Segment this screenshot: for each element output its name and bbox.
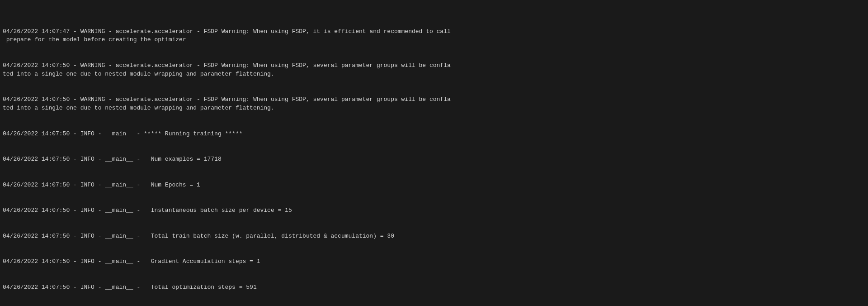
log-line-4: 04/26/2022 14:07:50 - INFO - __main__ - … bbox=[3, 130, 865, 139]
log-line-10: 04/26/2022 14:07:50 - INFO - __main__ - … bbox=[3, 283, 865, 292]
log-line-1: 04/26/2022 14:07:47 - WARNING - accelera… bbox=[3, 28, 865, 45]
terminal-output: 04/26/2022 14:07:47 - WARNING - accelera… bbox=[0, 0, 868, 306]
log-line-7: 04/26/2022 14:07:50 - INFO - __main__ - … bbox=[3, 206, 865, 215]
log-line-5: 04/26/2022 14:07:50 - INFO - __main__ - … bbox=[3, 155, 865, 164]
log-line-2: 04/26/2022 14:07:50 - WARNING - accelera… bbox=[3, 62, 865, 79]
log-line-3: 04/26/2022 14:07:50 - WARNING - accelera… bbox=[3, 96, 865, 113]
log-line-9: 04/26/2022 14:07:50 - INFO - __main__ - … bbox=[3, 258, 865, 266]
log-line-6: 04/26/2022 14:07:50 - INFO - __main__ - … bbox=[3, 181, 865, 190]
log-line-8: 04/26/2022 14:07:50 - INFO - __main__ - … bbox=[3, 232, 865, 241]
